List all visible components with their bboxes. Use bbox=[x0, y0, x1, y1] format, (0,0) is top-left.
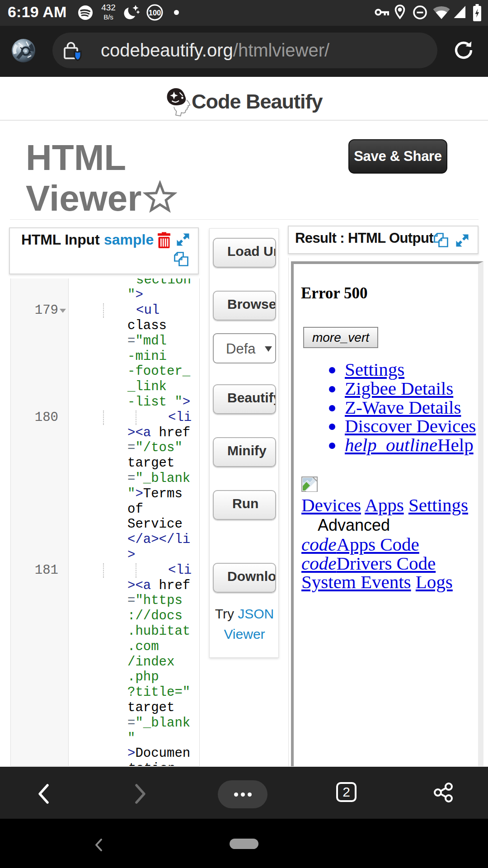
svg-text:100: 100 bbox=[149, 9, 161, 17]
